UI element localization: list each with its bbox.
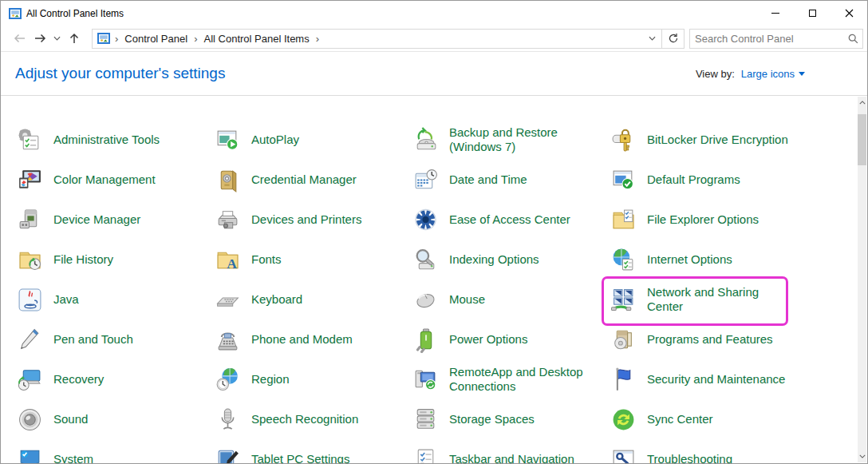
- item-default-programs[interactable]: Default Programs: [610, 160, 808, 200]
- view-by-label: View by:: [696, 68, 735, 80]
- item-keyboard[interactable]: Keyboard: [215, 280, 412, 319]
- item-label: Indexing Options: [449, 252, 539, 267]
- address-dropdown-button[interactable]: [642, 30, 661, 48]
- item-recovery[interactable]: Recovery: [17, 359, 215, 399]
- forward-arrow-icon: [34, 32, 47, 45]
- item-device-manager[interactable]: Device Manager: [17, 200, 215, 240]
- vertical-scrollbar[interactable]: [858, 97, 866, 462]
- item-label: Credential Manager: [251, 173, 357, 187]
- backup-restore-icon: [412, 127, 439, 153]
- item-sound[interactable]: Sound: [17, 399, 215, 439]
- item-power-options[interactable]: Power Options: [412, 319, 610, 359]
- date-time-icon: [412, 167, 439, 193]
- item-label: Tablet PC Settings: [251, 452, 349, 464]
- scrollbar-thumb[interactable]: [858, 114, 866, 165]
- up-arrow-icon: [68, 32, 81, 45]
- maximize-button[interactable]: [794, 1, 831, 26]
- item-network-sharing[interactable]: Network and Sharing Center: [610, 280, 808, 319]
- item-backup-restore[interactable]: Backup and Restore (Windows 7): [412, 120, 610, 160]
- item-security-maintenance[interactable]: Security and Maintenance: [610, 359, 808, 399]
- item-bitlocker[interactable]: BitLocker Drive Encryption: [610, 120, 808, 160]
- item-label: Speech Recognition: [251, 412, 358, 426]
- item-label: Java: [53, 292, 79, 307]
- file-history-icon: [17, 247, 43, 273]
- internet-options-icon: [610, 247, 637, 273]
- view-mode-dropdown[interactable]: Large icons: [741, 68, 805, 80]
- item-devices-printers[interactable]: Devices and Printers: [215, 200, 412, 240]
- item-system[interactable]: System: [17, 439, 215, 464]
- item-label: Default Programs: [647, 173, 740, 187]
- programs-features-icon: [610, 327, 637, 353]
- item-phone-modem[interactable]: Phone and Modem: [215, 319, 412, 359]
- search-input[interactable]: [690, 33, 843, 45]
- forward-button[interactable]: [30, 28, 50, 49]
- item-label: Phone and Modem: [251, 332, 353, 347]
- item-color-management[interactable]: Color Management: [17, 160, 215, 200]
- scroll-up-button[interactable]: [858, 97, 866, 109]
- control-panel-breadcrumb-icon: [97, 32, 110, 45]
- refresh-button[interactable]: [661, 30, 684, 48]
- item-file-history[interactable]: File History: [17, 240, 215, 280]
- file-explorer-options-icon: [610, 207, 637, 233]
- item-label: Region: [251, 372, 290, 387]
- tablet-pc-icon: [215, 446, 241, 464]
- item-indexing-options[interactable]: Indexing Options: [412, 240, 610, 280]
- breadcrumb-segment-control-panel[interactable]: Control Panel: [120, 33, 192, 45]
- item-label: AutoPlay: [251, 133, 299, 147]
- view-mode-value: Large icons: [741, 68, 795, 80]
- item-label: Sound: [53, 412, 88, 426]
- item-storage-spaces[interactable]: Storage Spaces: [412, 399, 610, 439]
- region-icon: [215, 367, 241, 393]
- item-label: File Explorer Options: [647, 212, 759, 227]
- item-label: Sync Center: [647, 412, 713, 426]
- sound-icon: [17, 406, 43, 433]
- item-internet-options[interactable]: Internet Options: [610, 240, 808, 280]
- item-label: Fonts: [251, 252, 282, 267]
- ease-of-access-icon: [412, 207, 439, 233]
- administrative-tools-icon: [17, 127, 43, 153]
- item-date-time[interactable]: Date and Time: [412, 160, 610, 200]
- item-label: Taskbar and Navigation: [449, 452, 574, 464]
- sync-center-icon: [610, 406, 637, 433]
- item-label: Network and Sharing Center: [647, 285, 759, 315]
- item-ease-of-access[interactable]: Ease of Access Center: [412, 200, 610, 240]
- item-mouse[interactable]: Mouse: [412, 280, 610, 319]
- item-file-explorer-options[interactable]: File Explorer Options: [610, 200, 808, 240]
- item-programs-features[interactable]: Programs and Features: [610, 319, 808, 359]
- item-label: Recovery: [53, 372, 104, 387]
- up-button[interactable]: [63, 28, 85, 49]
- item-autoplay[interactable]: AutoPlay: [215, 120, 412, 160]
- item-label: Programs and Features: [647, 332, 773, 347]
- item-pen-touch[interactable]: Pen and Touch: [17, 319, 215, 359]
- default-programs-icon: [610, 167, 637, 193]
- close-button[interactable]: [831, 1, 867, 26]
- devices-printers-icon: [215, 207, 241, 233]
- item-label: RemoteApp and Desktop Connections: [449, 365, 583, 395]
- item-sync-center[interactable]: Sync Center: [610, 399, 808, 439]
- item-java[interactable]: Java: [17, 280, 215, 319]
- search-icon[interactable]: [843, 34, 862, 44]
- item-troubleshooting[interactable]: Troubleshooting: [610, 439, 808, 464]
- item-region[interactable]: Region: [215, 359, 412, 399]
- item-taskbar-navigation[interactable]: Taskbar and Navigation: [412, 439, 610, 464]
- content-header: Adjust your computer's settings View by:…: [1, 52, 867, 96]
- address-bar[interactable]: › Control Panel › All Control Panel Item…: [92, 29, 685, 49]
- item-credential-manager[interactable]: Credential Manager: [215, 160, 412, 200]
- page-title: Adjust your computer's settings: [15, 65, 225, 82]
- item-fonts[interactable]: AFonts: [215, 240, 412, 280]
- scroll-down-button[interactable]: [858, 450, 866, 462]
- minimize-button[interactable]: [757, 1, 794, 26]
- autoplay-icon: [215, 127, 241, 153]
- item-label: Mouse: [449, 292, 485, 307]
- breadcrumb-separator: ›: [113, 33, 120, 45]
- item-tablet-pc[interactable]: Tablet PC Settings: [215, 439, 412, 464]
- back-button[interactable]: [9, 28, 30, 49]
- item-speech-recognition[interactable]: Speech Recognition: [215, 399, 412, 439]
- item-administrative-tools[interactable]: Administrative Tools: [17, 120, 215, 160]
- breadcrumb-segment-all-items[interactable]: All Control Panel Items: [199, 33, 314, 45]
- maximize-icon: [809, 10, 816, 17]
- keyboard-icon: [215, 287, 241, 313]
- item-remoteapp[interactable]: RemoteApp and Desktop Connections: [412, 359, 610, 399]
- indexing-options-icon: [412, 247, 439, 273]
- recent-pages-button[interactable]: [50, 28, 63, 49]
